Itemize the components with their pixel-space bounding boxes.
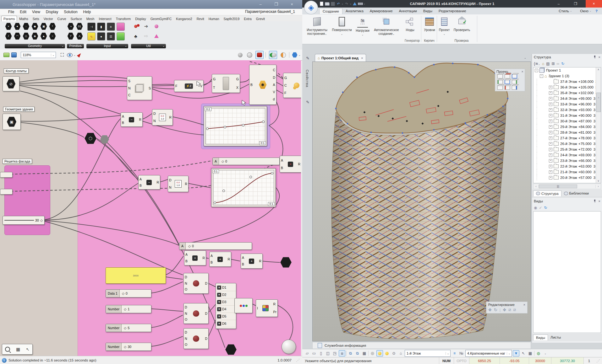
sp-minimize-button[interactable]: –	[552, 2, 566, 6]
apply-check-icon[interactable]: ✓	[539, 206, 542, 210]
shaded-preview-icon[interactable]	[255, 51, 264, 59]
gh-group-util[interactable]: Util⌄	[131, 44, 166, 48]
load-number-icon[interactable]: №	[458, 351, 464, 356]
jellyfish-icon[interactable]	[153, 23, 160, 30]
tree-row-floor[interactable]: + 35-й Этаж+102.0003.	[537, 90, 601, 96]
copy-move-icon[interactable]: ✥	[503, 308, 506, 312]
expand-icon[interactable]: +	[549, 142, 552, 146]
toolbar-more-caret[interactable]: ⌄	[542, 351, 548, 356]
gh-param-icon[interactable]: 7	[67, 32, 74, 40]
undo-caret-icon[interactable]: ⌄	[341, 1, 344, 6]
view-cube-left-icon[interactable]	[497, 80, 503, 84]
gh-category-tab[interactable]: Surface	[68, 16, 84, 21]
gh-category-tab[interactable]: Revit	[194, 16, 206, 21]
double-preview-icon[interactable]	[279, 51, 287, 59]
projection-panel-close-icon[interactable]: ×	[522, 70, 523, 73]
rotate-icon[interactable]: ↻	[494, 308, 497, 312]
gh-param-icon[interactable]: 01	[76, 23, 83, 30]
gh-param-icon[interactable]: ▣	[40, 23, 47, 30]
expand-icon[interactable]: +	[549, 91, 552, 95]
gh-maximize-button[interactable]: ❐	[271, 2, 281, 7]
sp-ribbon-tab[interactable]: Аннотации	[396, 8, 420, 14]
document-preview-icon[interactable]	[291, 51, 298, 59]
gh-range-node[interactable]: DNO D	[183, 328, 209, 349]
gh-category-tab[interactable]: Maths	[17, 16, 30, 21]
gh-value-a-node[interactable]: A ◇0	[212, 158, 280, 165]
zoom-level-combo[interactable]: 118%⌄	[21, 52, 56, 58]
gh-data-node[interactable]: Data 1 ◇0	[106, 289, 151, 297]
gradient-icon[interactable]	[117, 32, 125, 40]
resize-grip-icon[interactable]: ⋰	[296, 358, 300, 362]
redo-caret-icon[interactable]: ⌄	[349, 1, 352, 6]
gh-gcf-node[interactable]: GCF	[283, 73, 301, 98]
view-cube-front-icon[interactable]	[512, 74, 517, 78]
gh-param-icon[interactable]: ◌	[23, 23, 30, 30]
style-menu[interactable]: Стиль ⌄	[559, 9, 572, 13]
gh-param-icon[interactable]: ◈	[31, 32, 38, 40]
section-box-icon-5[interactable]: ◳	[332, 351, 338, 356]
gh-cluster-node[interactable]: SNC S	[127, 76, 152, 100]
gh-category-tab[interactable]: Params	[1, 16, 17, 21]
gh-sphere-node[interactable]	[282, 340, 296, 354]
resize-grip-icon[interactable]: ⋰	[594, 357, 602, 364]
gh-param-icon[interactable]: ▲	[40, 32, 47, 40]
gh-graph-mapper-1[interactable]: 0:2 0:1	[204, 106, 267, 146]
building-home-icon[interactable]: ⌂	[542, 62, 544, 66]
gh-range-node[interactable]: DNO D	[183, 273, 209, 294]
gh-list-item[interactable]: ▼D4	[216, 306, 236, 313]
bulb-off-icon[interactable]	[369, 351, 375, 356]
ortho-indicator[interactable]: ОРТО	[454, 357, 469, 364]
knob-icon[interactable]: ●	[97, 32, 105, 40]
tree-row-floor[interactable]: + 27-й Этаж+78.0003.	[537, 135, 601, 141]
expand-icon[interactable]: +	[549, 170, 552, 174]
toggle-icon[interactable]: ▮	[97, 23, 105, 31]
gh-node-geometry-param[interactable]: ▣	[3, 114, 21, 130]
view-cube-select-icon[interactable]	[497, 85, 503, 90]
flask-icon[interactable]	[153, 32, 160, 40]
gh-category-tab[interactable]: Intersect	[96, 16, 113, 21]
level-combo[interactable]: 1-й Этаж⌄	[405, 350, 451, 357]
gh-domain-node-2[interactable]: AB − R	[138, 175, 160, 190]
gh-deconstruct-node[interactable]: B ✱ CDAVd	[249, 65, 276, 105]
refresh-icon[interactable]: ↻	[561, 62, 564, 66]
globe-icon[interactable]: ◍	[535, 351, 541, 356]
tree-row-floor[interactable]: + 32-й Этаж+93.0003.	[537, 107, 601, 113]
expand-icon[interactable]: +	[549, 131, 552, 134]
sapfir-logo-icon[interactable]: ◈	[304, 1, 318, 14]
edit-properties-icon[interactable]: ✎	[306, 56, 309, 61]
views-tab[interactable]: Листы	[548, 335, 563, 340]
section-box-icon-3[interactable]: ▯	[318, 351, 324, 356]
gh-category-tab[interactable]: Display	[133, 16, 148, 21]
redo-icon[interactable]: ↷	[344, 1, 349, 6]
filter-funnel-icon[interactable]: ▼	[513, 350, 519, 356]
pointer-widget-icon[interactable]: ↖	[26, 347, 30, 352]
ruler-icon[interactable]	[358, 1, 363, 6]
select-filter-icon[interactable]: ↖	[520, 351, 526, 356]
sp-document-tab[interactable]: ⌂ Проект 1:Общий вид ×	[315, 54, 366, 62]
gh-cull-node[interactable]: AB × R	[280, 156, 301, 173]
expand-icon[interactable]: +	[549, 120, 552, 123]
tree-row-floor[interactable]: + 22-й Этаж+63.0003.	[537, 163, 601, 169]
gh-menu-item[interactable]: File	[5, 10, 17, 14]
gh-param-icon[interactable]: ~	[49, 32, 56, 40]
sp-ribbon-tab[interactable]: Виды	[420, 8, 435, 14]
tree-row-floor[interactable]: + 20-й Этаж+57.0003.	[537, 175, 601, 180]
gh-slider-node[interactable]: 30 ◇	[3, 216, 45, 225]
graft-arrow-icon[interactable]: ➔	[142, 23, 150, 30]
tree-row-floor[interactable]: + 34-й Этаж+99.0003.	[537, 96, 601, 101]
loads-button[interactable]: №↓↓↓ Нагрузки⌄	[354, 16, 371, 36]
gh-graft-tree-node[interactable]: GT GX	[212, 74, 240, 93]
wireframe-preview-icon[interactable]	[246, 51, 253, 59]
scroll-down-icon[interactable]: ∨	[596, 179, 601, 182]
expand-icon[interactable]: +	[549, 148, 552, 151]
sp-ribbon-tab[interactable]: Аналитика	[342, 8, 367, 14]
tree-row-floor[interactable]: + 21-й Этаж+60.0003.	[537, 169, 601, 175]
section-box-icon-4[interactable]: ◫	[325, 351, 331, 356]
gh-number-node[interactable]: Number ◇5	[106, 324, 151, 332]
mirror-axis-icon[interactable]: ⧄	[513, 307, 516, 312]
gh-group-primitive[interactable]: Primitive⌄	[67, 44, 84, 48]
dock-tab[interactable]: Библиотеки	[561, 190, 591, 196]
tree-row-floor[interactable]: + 23-й Этаж+66.0003.	[537, 158, 601, 163]
gh-node-stub[interactable]	[0, 172, 13, 178]
pin-icon[interactable]	[593, 56, 596, 59]
